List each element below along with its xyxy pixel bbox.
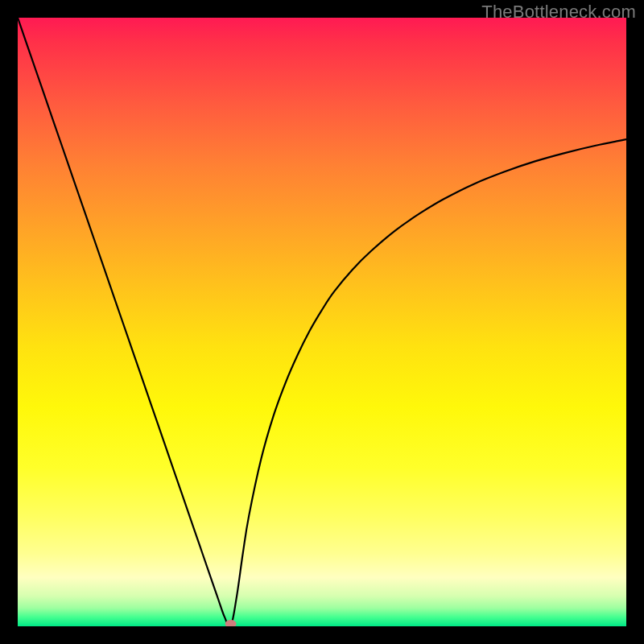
curve-layer [18, 18, 626, 626]
plot-area [18, 18, 626, 626]
attribution-text: TheBottleneck.com [481, 2, 636, 23]
chart-frame: TheBottleneck.com [0, 0, 644, 644]
bottleneck-curve [18, 18, 626, 626]
